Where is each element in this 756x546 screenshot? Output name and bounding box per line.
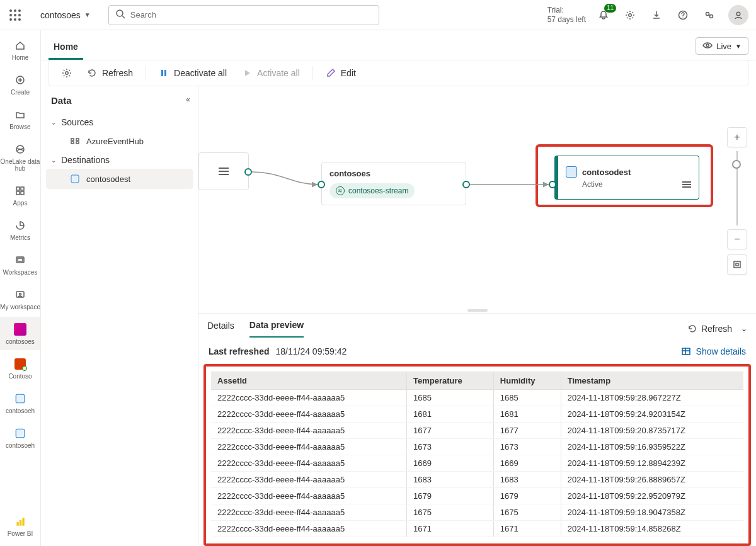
port-in[interactable] bbox=[318, 181, 325, 188]
destinations-section[interactable]: ⌄ Destinations bbox=[46, 151, 193, 169]
nav-home[interactable]: Home bbox=[0, 33, 40, 66]
table-row[interactable]: 2222cccc-33dd-eeee-ff44-aaaaaa5168116812… bbox=[211, 406, 743, 423]
edit-icon bbox=[326, 68, 336, 78]
fit-view-button[interactable] bbox=[727, 254, 747, 275]
deactivate-all-button[interactable]: Deactivate all bbox=[152, 64, 233, 82]
preview-panel: Details Data preview Refresh ⌄ Last refr… bbox=[198, 313, 756, 546]
nav-metrics[interactable]: Metrics bbox=[0, 213, 40, 246]
refresh-button[interactable]: Refresh bbox=[81, 64, 139, 82]
port-in[interactable] bbox=[549, 181, 556, 188]
help-button[interactable] bbox=[675, 8, 690, 23]
settings-button[interactable] bbox=[622, 8, 638, 23]
eventhouse-icon bbox=[70, 174, 80, 184]
cell: 1669 bbox=[407, 455, 494, 472]
cell: 2222cccc-33dd-eeee-ff44-aaaaaa5 bbox=[211, 390, 407, 406]
search-box[interactable] bbox=[108, 5, 379, 25]
column-header[interactable]: Timestamp bbox=[561, 372, 743, 390]
zoom-slider[interactable] bbox=[736, 151, 738, 225]
activate-all-button: Activate all bbox=[236, 64, 306, 82]
show-details-button[interactable]: Show details bbox=[681, 346, 746, 356]
port-out[interactable] bbox=[244, 168, 252, 176]
cell: 2222cccc-33dd-eeee-ff44-aaaaaa5 bbox=[211, 423, 407, 439]
table-row[interactable]: 2222cccc-33dd-eeee-ff44-aaaaaa5167316732… bbox=[211, 439, 743, 455]
svg-rect-32 bbox=[734, 261, 740, 268]
cell: 2222cccc-33dd-eeee-ff44-aaaaaa5 bbox=[211, 521, 407, 537]
cell: 1671 bbox=[407, 521, 494, 537]
nav-powerbi[interactable]: Power BI bbox=[0, 509, 40, 542]
tab-data-preview[interactable]: Data preview bbox=[249, 320, 304, 338]
feedback-button[interactable] bbox=[702, 8, 717, 23]
svg-rect-10 bbox=[16, 187, 20, 190]
nav-browse[interactable]: Browse bbox=[0, 102, 40, 135]
stream-node[interactable]: contosoes ≋ contosoes-stream bbox=[321, 162, 466, 205]
source-node[interactable] bbox=[198, 152, 249, 190]
destination-item[interactable]: contosodest bbox=[46, 169, 193, 189]
zoom-in-button[interactable]: + bbox=[727, 127, 747, 147]
port-out[interactable] bbox=[462, 181, 470, 188]
svg-rect-11 bbox=[21, 187, 24, 190]
nav-create[interactable]: Create bbox=[0, 67, 40, 101]
splitter[interactable] bbox=[198, 308, 756, 313]
gear-button[interactable] bbox=[55, 64, 78, 82]
tab-details[interactable]: Details bbox=[207, 321, 234, 337]
svg-rect-25 bbox=[161, 70, 163, 76]
app-launcher-button[interactable] bbox=[0, 0, 30, 30]
svg-rect-19 bbox=[16, 429, 25, 438]
nav-my-workspace[interactable]: My workspace bbox=[0, 282, 40, 316]
live-mode-toggle[interactable]: Live ▼ bbox=[696, 37, 748, 55]
preview-refresh-button[interactable]: Refresh bbox=[687, 324, 732, 334]
svg-point-7 bbox=[736, 12, 740, 16]
source-item[interactable]: AzureEventHub bbox=[46, 131, 193, 151]
menu-icon[interactable] bbox=[682, 181, 691, 188]
table-row[interactable]: 2222cccc-33dd-eeee-ff44-aaaaaa5166916692… bbox=[211, 455, 743, 472]
destination-status: Active bbox=[582, 180, 603, 189]
stream-pill[interactable]: ≋ contosoes-stream bbox=[329, 183, 415, 198]
svg-point-17 bbox=[20, 293, 21, 295]
search-input[interactable] bbox=[130, 10, 372, 20]
metrics-icon bbox=[13, 218, 28, 233]
eventhouse-icon bbox=[566, 166, 577, 178]
flow-canvas[interactable]: + − contosoes ≋ contosoes- bbox=[198, 86, 756, 308]
nav-contosoes[interactable]: contosoes bbox=[0, 317, 40, 350]
slider-thumb[interactable] bbox=[732, 160, 741, 169]
cell: 1679 bbox=[407, 488, 494, 504]
notifications-button[interactable]: 11 bbox=[596, 8, 611, 23]
svg-rect-33 bbox=[736, 263, 738, 266]
download-button[interactable] bbox=[649, 8, 664, 23]
user-avatar[interactable] bbox=[728, 5, 748, 25]
nav-workspaces[interactable]: Workspaces bbox=[0, 247, 40, 281]
workspace-item-icon bbox=[13, 356, 28, 372]
table-row[interactable]: 2222cccc-33dd-eeee-ff44-aaaaaa5167916792… bbox=[211, 488, 743, 504]
nav-contosoeh-2[interactable]: contosoeh bbox=[0, 421, 40, 454]
column-header[interactable]: AssetId bbox=[211, 372, 407, 390]
nav-contosoeh-1[interactable]: contosoeh bbox=[0, 386, 40, 419]
cell: 2024-11-18T09:59:14.858268Z bbox=[561, 521, 743, 537]
table-row[interactable]: 2222cccc-33dd-eeee-ff44-aaaaaa5167516752… bbox=[211, 504, 743, 521]
zoom-out-button[interactable]: − bbox=[727, 229, 747, 249]
eventstream-icon bbox=[13, 322, 28, 337]
waffle-icon bbox=[9, 9, 21, 21]
column-header[interactable]: Humidity bbox=[493, 372, 561, 390]
table-row[interactable]: 2222cccc-33dd-eeee-ff44-aaaaaa5168516852… bbox=[211, 390, 743, 406]
cell: 2222cccc-33dd-eeee-ff44-aaaaaa5 bbox=[211, 455, 407, 472]
eventhub-icon bbox=[70, 136, 80, 146]
tab-home[interactable]: Home bbox=[49, 34, 83, 60]
cell: 1673 bbox=[407, 439, 494, 455]
table-row[interactable]: 2222cccc-33dd-eeee-ff44-aaaaaa5168316832… bbox=[211, 472, 743, 488]
table-row[interactable]: 2222cccc-33dd-eeee-ff44-aaaaaa5167116712… bbox=[211, 521, 743, 537]
nav-apps[interactable]: Apps bbox=[0, 178, 40, 212]
stream-icon: ≋ bbox=[336, 186, 345, 195]
tenant-dropdown[interactable]: contosoes ▼ bbox=[30, 10, 101, 20]
edit-button[interactable]: Edit bbox=[319, 64, 362, 82]
destination-node[interactable]: contosodest Active bbox=[554, 156, 699, 200]
table-row[interactable]: 2222cccc-33dd-eeee-ff44-aaaaaa5167716772… bbox=[211, 423, 743, 439]
chevron-down-icon[interactable]: ⌄ bbox=[741, 324, 747, 333]
nav-onelake[interactable]: OneLake data hub bbox=[0, 137, 40, 177]
collapse-panel-button[interactable]: « bbox=[186, 95, 190, 104]
column-header[interactable]: Temperature bbox=[407, 372, 494, 390]
cell: 1675 bbox=[493, 504, 561, 521]
sources-section[interactable]: ⌄ Sources bbox=[46, 113, 193, 131]
search-icon bbox=[115, 9, 125, 21]
nav-contoso[interactable]: Contoso bbox=[0, 351, 40, 385]
cell: 1677 bbox=[407, 423, 494, 439]
